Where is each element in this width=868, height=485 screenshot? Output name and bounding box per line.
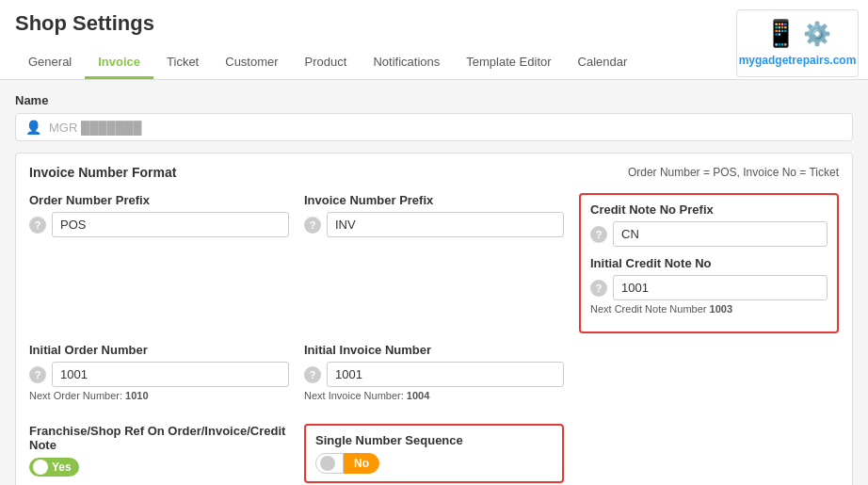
initial-order-group: Initial Order Number ? Next Order Number… xyxy=(29,343,289,401)
order-prefix-group: Order Number Prefix ? xyxy=(29,193,289,324)
initial-credit-group: Initial Credit Note No ? Next Credit Not… xyxy=(590,256,828,315)
credit-prefix-label: Credit Note No Prefix xyxy=(590,202,828,217)
tab-invoice[interactable]: Invoice xyxy=(85,47,153,79)
content-area: Name 👤 MGR ███████ Invoice Number Format… xyxy=(0,80,868,485)
franchise-toggle-yes[interactable]: Yes xyxy=(29,458,79,477)
initial-order-help-icon[interactable]: ? xyxy=(29,366,46,383)
single-seq-toggle[interactable] xyxy=(315,453,344,474)
fields-grid-top: Order Number Prefix ? Invoice Number Pre… xyxy=(29,193,839,333)
credit-prefix-group: Credit Note No Prefix ? xyxy=(590,202,828,247)
single-seq-col: Single Number Sequence No xyxy=(304,424,564,483)
initial-credit-help-icon[interactable]: ? xyxy=(590,280,607,297)
gear-icon: ⚙️ xyxy=(803,21,831,47)
franchise-col: Franchise/Shop Ref On Order/Invoice/Cred… xyxy=(29,424,289,477)
card-title: Invoice Number Format xyxy=(29,165,176,180)
credit-prefix-help-icon[interactable]: ? xyxy=(590,226,607,243)
initial-order-label: Initial Order Number xyxy=(29,343,289,357)
invoice-format-card: Invoice Number Format Order Number = POS… xyxy=(15,153,853,485)
credit-prefix-input[interactable] xyxy=(613,221,828,247)
invoice-prefix-group: Invoice Number Prefix ? xyxy=(304,193,564,324)
name-value: MGR ███████ xyxy=(49,121,141,135)
tab-customer[interactable]: Customer xyxy=(212,47,291,79)
name-label: Name xyxy=(15,93,853,107)
next-credit-note: Next Credit Note Number 1003 xyxy=(590,303,828,315)
single-seq-label: Single Number Sequence xyxy=(315,433,553,447)
initial-invoice-group: Initial Invoice Number ? Next Invoice Nu… xyxy=(304,343,564,401)
tab-ticket[interactable]: Ticket xyxy=(153,47,212,79)
invoice-prefix-label: Invoice Number Prefix xyxy=(304,193,564,207)
credit-note-col: Credit Note No Prefix ? Initial Credit N… xyxy=(579,193,839,333)
bottom-row: Franchise/Shop Ref On Order/Invoice/Cred… xyxy=(29,424,839,483)
tab-notifications[interactable]: Notifications xyxy=(360,47,453,79)
franchise-label: Franchise/Shop Ref On Order/Invoice/Cred… xyxy=(29,424,289,452)
tabs-bar: General Invoice Ticket Customer Product … xyxy=(15,47,853,79)
tab-calendar[interactable]: Calendar xyxy=(565,47,641,79)
page-wrapper: 📱 ⚙️ mygadgetrepairs.com Shop Settings G… xyxy=(0,0,868,485)
initial-order-input-row: ? xyxy=(29,362,289,387)
tab-template-editor[interactable]: Template Editor xyxy=(453,47,564,79)
person-icon: 👤 xyxy=(25,120,41,135)
initial-credit-input[interactable] xyxy=(613,275,828,300)
page-title: Shop Settings xyxy=(15,11,853,43)
credit-prefix-input-row: ? xyxy=(590,221,828,247)
order-prefix-help-icon[interactable]: ? xyxy=(29,217,46,234)
invoice-prefix-input-row: ? xyxy=(304,212,564,237)
tab-product[interactable]: Product xyxy=(292,47,361,79)
toggle-circle xyxy=(33,460,48,475)
next-order-number: Next Order Number: 1010 xyxy=(29,390,289,401)
card-header: Invoice Number Format Order Number = POS… xyxy=(29,165,839,180)
order-prefix-input-row: ? xyxy=(29,212,289,237)
initial-credit-label: Initial Credit Note No xyxy=(590,256,828,270)
initial-order-input[interactable] xyxy=(52,362,289,387)
initial-invoice-help-icon[interactable]: ? xyxy=(304,366,321,383)
card-subtitle: Order Number = POS, Invoice No = Ticket xyxy=(628,166,839,179)
toggle-no-circle xyxy=(320,456,335,471)
invoice-prefix-help-icon[interactable]: ? xyxy=(304,217,321,234)
next-invoice-number: Next Invoice Number: 1004 xyxy=(304,390,564,401)
toggle-no-row: No xyxy=(315,453,553,474)
logo-text: mygadgetrepairs.com xyxy=(739,53,857,69)
initial-invoice-input[interactable] xyxy=(327,362,564,387)
initial-invoice-input-row: ? xyxy=(304,362,564,387)
name-row: 👤 MGR ███████ xyxy=(15,113,853,141)
logo-icons: 📱 ⚙️ xyxy=(764,18,831,49)
phone-icon: 📱 xyxy=(764,18,797,49)
fields-grid-mid: Initial Order Number ? Next Order Number… xyxy=(29,343,839,411)
order-prefix-input[interactable] xyxy=(52,212,289,237)
logo-box: 📱 ⚙️ mygadgetrepairs.com xyxy=(736,9,859,77)
invoice-prefix-input[interactable] xyxy=(327,212,564,237)
tab-general[interactable]: General xyxy=(15,47,85,79)
initial-invoice-label: Initial Invoice Number xyxy=(304,343,564,357)
order-prefix-label: Order Number Prefix xyxy=(29,193,289,207)
empty-col xyxy=(579,343,839,411)
toggle-no-label[interactable]: No xyxy=(344,453,379,474)
initial-credit-input-row: ? xyxy=(590,275,828,300)
